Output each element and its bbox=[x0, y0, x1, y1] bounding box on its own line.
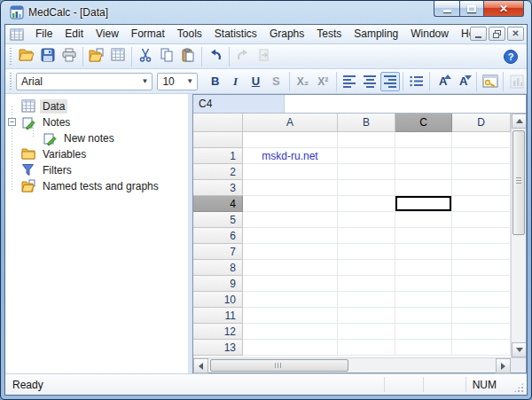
mdi-close-button[interactable]: ✕ bbox=[507, 27, 524, 41]
column-header-d[interactable]: D bbox=[452, 114, 511, 132]
row-header-7[interactable]: 7 bbox=[193, 244, 243, 260]
sidebar-item-filters[interactable]: Filters bbox=[5, 162, 188, 178]
scroll-up-button[interactable] bbox=[512, 114, 526, 129]
copy-button[interactable] bbox=[156, 46, 177, 67]
row-header-12[interactable]: 12 bbox=[193, 324, 243, 340]
align-left-button[interactable] bbox=[340, 72, 360, 91]
cell-C4[interactable] bbox=[395, 196, 452, 212]
help-button[interactable]: ? bbox=[500, 46, 521, 67]
cell-B13[interactable] bbox=[338, 340, 395, 356]
sidebar-item-new-notes[interactable]: New notes bbox=[5, 130, 188, 146]
cell-A10[interactable] bbox=[243, 292, 338, 308]
cell-A1[interactable]: mskd-ru.net bbox=[243, 148, 338, 164]
scroll-left-button[interactable] bbox=[193, 358, 208, 373]
cell-D6[interactable] bbox=[452, 228, 511, 244]
cell-D13[interactable] bbox=[452, 340, 511, 356]
cell-D5[interactable] bbox=[452, 212, 511, 228]
cell-D11[interactable] bbox=[452, 308, 511, 324]
vertical-scrollbar[interactable] bbox=[511, 114, 526, 357]
bold-button[interactable]: B bbox=[205, 72, 225, 91]
cell-B4[interactable] bbox=[338, 196, 395, 212]
menu-format[interactable]: Format bbox=[125, 26, 171, 43]
row-header-3[interactable]: 3 bbox=[193, 180, 243, 196]
row-header-8[interactable]: 8 bbox=[193, 260, 243, 276]
print-button[interactable] bbox=[59, 46, 80, 67]
menu-sampling[interactable]: Sampling bbox=[348, 26, 404, 43]
select-all-corner[interactable] bbox=[193, 114, 243, 132]
cell-B9[interactable] bbox=[338, 276, 395, 292]
scroll-down-button[interactable] bbox=[512, 342, 526, 357]
cell-A6[interactable] bbox=[243, 228, 338, 244]
row-header-2[interactable]: 2 bbox=[193, 164, 243, 180]
cell-D4[interactable] bbox=[452, 196, 511, 212]
cell-C1[interactable] bbox=[395, 148, 452, 164]
open-button[interactable] bbox=[16, 46, 37, 67]
cell-A4[interactable] bbox=[243, 196, 338, 212]
strikethrough-button[interactable]: S bbox=[266, 72, 286, 91]
row-header-4[interactable]: 4 bbox=[193, 196, 243, 212]
cell-C7[interactable] bbox=[395, 244, 452, 260]
edit-key-button[interactable] bbox=[480, 72, 500, 91]
menu-window[interactable]: Window bbox=[404, 26, 455, 43]
cell-C10[interactable] bbox=[395, 292, 452, 308]
sidebar-item-notes[interactable]: −Notes bbox=[5, 114, 188, 130]
cell-D1[interactable] bbox=[452, 148, 511, 164]
cell-A9[interactable] bbox=[243, 276, 338, 292]
menu-tools[interactable]: Tools bbox=[171, 26, 208, 43]
underline-button[interactable]: U bbox=[246, 72, 266, 91]
cell-B6[interactable] bbox=[338, 228, 395, 244]
mdi-restore-button[interactable] bbox=[489, 27, 505, 41]
row-header-5[interactable]: 5 bbox=[193, 212, 243, 228]
close-button[interactable]: ✕ bbox=[484, 1, 524, 17]
menu-edit[interactable]: Edit bbox=[59, 26, 90, 43]
cell-B2[interactable] bbox=[338, 164, 395, 180]
sidebar-item-data[interactable]: Data bbox=[5, 98, 188, 114]
cell-reference[interactable]: C4 bbox=[193, 95, 285, 113]
paste-button[interactable] bbox=[177, 46, 199, 67]
mdi-minimize-button[interactable] bbox=[470, 27, 487, 41]
row-header-6[interactable]: 6 bbox=[193, 228, 243, 244]
menu-statistics[interactable]: Statistics bbox=[208, 26, 263, 43]
cell-D10[interactable] bbox=[452, 292, 511, 308]
cell-A2[interactable] bbox=[243, 164, 338, 180]
menu-graphs[interactable]: Graphs bbox=[263, 26, 310, 43]
cell-A7[interactable] bbox=[243, 244, 338, 260]
italic-button[interactable]: I bbox=[225, 72, 246, 91]
cut-button[interactable] bbox=[135, 46, 156, 67]
cell-D8[interactable] bbox=[452, 260, 511, 276]
cell-B8[interactable] bbox=[338, 260, 395, 276]
cell-C-varname[interactable] bbox=[395, 132, 452, 148]
sidebar-item-variables[interactable]: Variables bbox=[5, 146, 188, 162]
superscript-button[interactable]: X² bbox=[313, 72, 333, 91]
toolbar-grip[interactable] bbox=[9, 48, 13, 66]
cell-A13[interactable] bbox=[243, 340, 338, 356]
tree-expander-icon[interactable]: − bbox=[8, 118, 16, 126]
cell-B1[interactable] bbox=[338, 148, 395, 164]
horizontal-scrollbar[interactable] bbox=[193, 358, 511, 373]
cell-C11[interactable] bbox=[395, 308, 452, 324]
column-header-c[interactable]: C bbox=[395, 114, 452, 132]
cell-C12[interactable] bbox=[395, 324, 452, 340]
subscript-button[interactable]: X₂ bbox=[293, 72, 313, 91]
increase-font-button[interactable]: A bbox=[433, 72, 453, 91]
row-header-1[interactable]: 1 bbox=[193, 148, 243, 164]
vertical-scroll-thumb[interactable] bbox=[512, 130, 525, 235]
align-center-button[interactable] bbox=[360, 72, 380, 91]
cell-A8[interactable] bbox=[243, 260, 338, 276]
vertical-scroll-track[interactable] bbox=[512, 237, 526, 342]
cell-C5[interactable] bbox=[395, 212, 452, 228]
minimize-button[interactable] bbox=[434, 1, 459, 17]
row-header-10[interactable]: 10 bbox=[193, 292, 243, 308]
cell-B12[interactable] bbox=[338, 324, 395, 340]
cell-B3[interactable] bbox=[338, 180, 395, 196]
cell-D3[interactable] bbox=[452, 180, 511, 196]
cell-D7[interactable] bbox=[452, 244, 511, 260]
align-right-button[interactable] bbox=[380, 72, 401, 91]
toolbar-grip[interactable] bbox=[9, 73, 13, 90]
variable-name-row-header[interactable] bbox=[193, 132, 243, 148]
cell-A12[interactable] bbox=[243, 324, 338, 340]
cell-A3[interactable] bbox=[243, 180, 338, 196]
horizontal-scroll-track[interactable] bbox=[348, 358, 496, 373]
menu-file[interactable]: File bbox=[29, 26, 59, 43]
cell-B7[interactable] bbox=[338, 244, 395, 260]
